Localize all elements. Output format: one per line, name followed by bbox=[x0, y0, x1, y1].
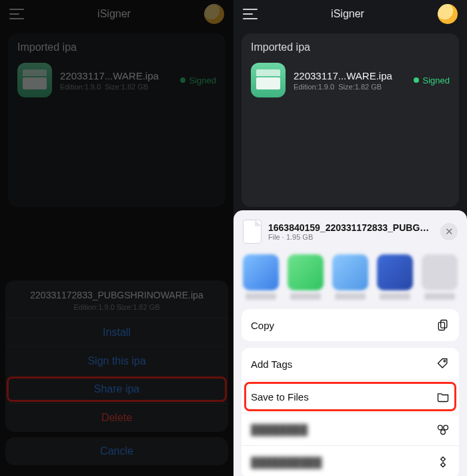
ipa-row[interactable]: 22033117...WARE.ipa Edition:1.9.0 Size:1… bbox=[251, 63, 450, 97]
share-title: 1663840159_220331172833_PUBGSH... bbox=[268, 222, 434, 233]
app-title: iSigner bbox=[24, 8, 204, 20]
imported-card: Imported ipa 22033117...WARE.ipa Edition… bbox=[8, 33, 225, 207]
sheet-meta: Edition:1.9.0 Size:1.82 GB bbox=[13, 303, 220, 311]
svg-point-5 bbox=[441, 430, 446, 435]
file-meta: Edition:1.9.0 Size:1.82 GB bbox=[60, 83, 172, 91]
svg-rect-0 bbox=[441, 320, 447, 328]
delete-button[interactable]: Delete bbox=[5, 403, 228, 432]
avatar[interactable] bbox=[204, 4, 224, 24]
sheet-filename: 220331172833_PUBGSHRINOWARE.ipa bbox=[13, 290, 220, 300]
sign-button[interactable]: Sign this ipa bbox=[5, 346, 228, 375]
ipa-row[interactable]: 22033117...WARE.ipa Edition:1.9.0 Size:1… bbox=[17, 63, 216, 97]
save-to-files-row[interactable]: Save to Files bbox=[242, 380, 459, 413]
card-heading: Imported ipa bbox=[17, 41, 216, 53]
svg-point-4 bbox=[444, 425, 448, 430]
svg-point-3 bbox=[438, 425, 443, 430]
svg-rect-1 bbox=[438, 322, 444, 330]
copy-row[interactable]: Copy bbox=[242, 309, 459, 341]
svg-point-2 bbox=[444, 361, 446, 363]
blurred-row-2[interactable]: ██████████ bbox=[242, 445, 459, 476]
card-heading: Imported ipa bbox=[251, 41, 450, 53]
blurred-row-1[interactable]: ████████ bbox=[242, 413, 459, 445]
copy-icon bbox=[436, 318, 450, 332]
airdrop-row[interactable] bbox=[234, 250, 467, 302]
share-meta: File · 1.95 GB bbox=[268, 233, 434, 241]
file-name: 22033117...WARE.ipa bbox=[294, 70, 406, 81]
share-button[interactable]: Share ipa bbox=[5, 375, 228, 403]
sheet-header: 220331172833_PUBGSHRINOWARE.ipa Edition:… bbox=[5, 280, 228, 318]
folder-icon bbox=[436, 390, 450, 403]
share-sheet: 1663840159_220331172833_PUBGSH... File ·… bbox=[234, 210, 467, 476]
action-sheet: 220331172833_PUBGSHRINOWARE.ipa Edition:… bbox=[5, 280, 228, 471]
install-button[interactable]: Install bbox=[5, 318, 228, 346]
file-name: 22033117...WARE.ipa bbox=[60, 70, 172, 81]
status-badge: Signed bbox=[180, 75, 216, 85]
document-icon bbox=[243, 220, 262, 244]
menu-button[interactable] bbox=[243, 9, 258, 19]
app-title: iSigner bbox=[258, 8, 438, 20]
ipa-file-icon bbox=[251, 63, 286, 97]
misc-icon bbox=[436, 423, 450, 436]
file-meta: Edition:1.9.0 Size:1.82 GB bbox=[294, 83, 406, 91]
status-badge: Signed bbox=[414, 75, 450, 85]
cancel-button[interactable]: Cancle bbox=[5, 437, 228, 465]
avatar[interactable] bbox=[438, 4, 458, 24]
menu-button[interactable] bbox=[9, 9, 24, 19]
imported-card: Imported ipa 22033117...WARE.ipa Edition… bbox=[242, 33, 459, 207]
add-tags-row[interactable]: Add Tags bbox=[242, 348, 459, 380]
close-icon[interactable]: ✕ bbox=[440, 223, 458, 240]
misc-icon bbox=[436, 455, 450, 469]
tag-icon bbox=[436, 357, 450, 371]
ipa-file-icon bbox=[17, 63, 52, 97]
